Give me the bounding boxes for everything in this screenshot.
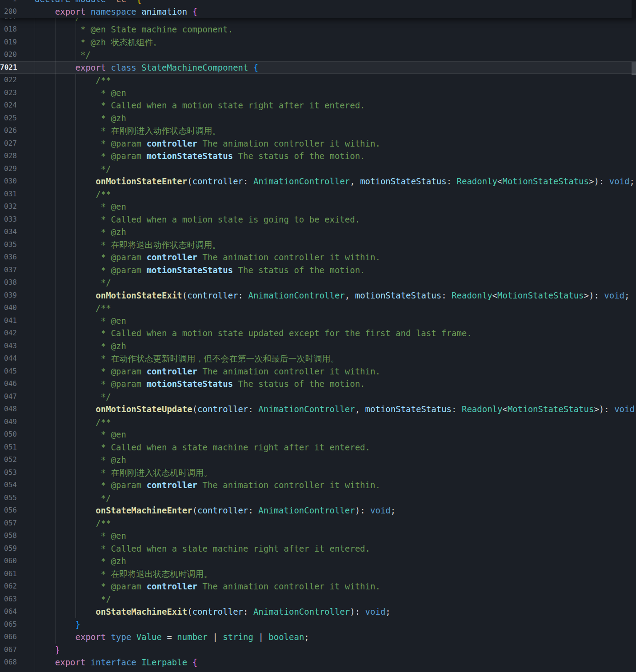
code-line[interactable]: 038 */ bbox=[0, 276, 636, 289]
line-number[interactable]: 039 bbox=[0, 289, 21, 302]
code-line[interactable]: 064 onStateMachineExit(controller: Anima… bbox=[0, 605, 636, 618]
overview-ruler[interactable] bbox=[632, 0, 636, 18]
line-number[interactable]: 053 bbox=[0, 466, 21, 479]
line-number[interactable]: 034 bbox=[0, 226, 21, 239]
line-number[interactable]: 058 bbox=[0, 529, 21, 542]
code-line[interactable]: 041 * @en bbox=[0, 314, 636, 327]
code-line[interactable]: 050 * @en bbox=[0, 428, 636, 441]
line-number[interactable]: 029 bbox=[0, 163, 21, 175]
line-number[interactable]: 026 bbox=[0, 124, 21, 137]
code-line[interactable]: 023 * @en bbox=[0, 87, 636, 99]
line-number[interactable]: 025 bbox=[0, 112, 21, 125]
line-number[interactable]: 024 bbox=[0, 99, 21, 112]
line-number[interactable]: 038 bbox=[0, 276, 21, 289]
code-line[interactable]: 7021 export class StateMachineComponent … bbox=[0, 61, 636, 74]
code-line[interactable]: 046 * @param motionStateStatus The statu… bbox=[0, 378, 636, 390]
line-number[interactable]: 022 bbox=[0, 74, 21, 87]
line-number[interactable]: 042 bbox=[0, 327, 21, 340]
line-number[interactable]: 027 bbox=[0, 137, 21, 150]
code-line[interactable]: 042 * Called when a motion state updated… bbox=[0, 327, 636, 340]
code-line[interactable]: 030 onMotionStateEnter(controller: Anima… bbox=[0, 175, 636, 188]
code-line[interactable]: 060 * @zh bbox=[0, 555, 636, 568]
code-line[interactable]: 018 * @en State machine component. bbox=[0, 23, 636, 36]
code-line[interactable]: 063 */ bbox=[0, 593, 636, 606]
line-number[interactable]: 041 bbox=[0, 314, 21, 327]
code-line[interactable]: 031 /** bbox=[0, 188, 636, 201]
line-number[interactable]: 035 bbox=[0, 239, 21, 251]
line-number[interactable]: 067 bbox=[0, 644, 21, 656]
code-line[interactable]: 066 export type Value = number | string … bbox=[0, 631, 636, 644]
line-number[interactable]: 018 bbox=[0, 23, 21, 36]
code-line[interactable]: 027 * @param controller The animation co… bbox=[0, 137, 636, 150]
code-line[interactable]: 052 * @zh bbox=[0, 453, 636, 466]
line-number[interactable]: 064 bbox=[0, 605, 21, 618]
line-number[interactable]: 036 bbox=[0, 251, 21, 264]
line-number[interactable]: 066 bbox=[0, 631, 21, 644]
line-number[interactable]: 1 bbox=[0, 0, 21, 5]
code-line[interactable]: 047 */ bbox=[0, 390, 636, 403]
line-number[interactable]: 046 bbox=[0, 378, 21, 390]
line-number[interactable]: 062 bbox=[0, 580, 21, 593]
line-number[interactable]: 049 bbox=[0, 416, 21, 429]
code-line[interactable]: 044 * 在动作状态更新时调用，但不会在第一次和最后一次时调用。 bbox=[0, 352, 636, 365]
line-number[interactable]: 068 bbox=[0, 656, 21, 669]
code-line[interactable]: 039 onMotionStateExit(controller: Animat… bbox=[0, 289, 636, 302]
line-number[interactable]: 057 bbox=[0, 517, 21, 530]
code-line[interactable]: 061 * 在即将退出状态机时调用。 bbox=[0, 568, 636, 581]
code-line[interactable]: 026 * 在刚刚进入动作状态时调用。 bbox=[0, 124, 636, 137]
line-number[interactable]: 044 bbox=[0, 352, 21, 365]
code-line[interactable]: 054 * @param controller The animation co… bbox=[0, 479, 636, 492]
line-number[interactable]: 033 bbox=[0, 213, 21, 226]
line-number[interactable]: 045 bbox=[0, 365, 21, 378]
line-number[interactable]: 052 bbox=[0, 453, 21, 466]
line-number[interactable]: 055 bbox=[0, 492, 21, 505]
code-line[interactable]: 035 * 在即将退出动作状态时调用。 bbox=[0, 239, 636, 251]
line-number[interactable]: 061 bbox=[0, 568, 21, 581]
code-line[interactable]: 053 * 在刚刚进入状态机时调用。 bbox=[0, 466, 636, 479]
code-line[interactable]: 056 onStateMachineEnter(controller: Anim… bbox=[0, 504, 636, 517]
code-line[interactable]: 067 } bbox=[0, 644, 636, 656]
line-number[interactable]: 031 bbox=[0, 188, 21, 201]
code-line[interactable]: 045 * @param controller The animation co… bbox=[0, 365, 636, 378]
line-number[interactable]: 051 bbox=[0, 441, 21, 454]
code-line[interactable]: 065 } bbox=[0, 618, 636, 631]
line-number[interactable]: 020 bbox=[0, 48, 21, 61]
code-line[interactable]: 032 * @en bbox=[0, 200, 636, 213]
line-number[interactable]: 063 bbox=[0, 593, 21, 606]
line-number[interactable]: 040 bbox=[0, 302, 21, 314]
code-line[interactable]: 051 * Called when a state machine right … bbox=[0, 441, 636, 454]
code-line[interactable]: 019 * @zh 状态机组件。 bbox=[0, 36, 636, 49]
line-number[interactable]: 019 bbox=[0, 36, 21, 49]
line-number[interactable]: 048 bbox=[0, 403, 21, 416]
sticky-line[interactable]: 1declare module "cc" { bbox=[0, 0, 636, 5]
code-line[interactable]: 062 * @param controller The animation co… bbox=[0, 580, 636, 593]
code-line[interactable]: 020 */ bbox=[0, 48, 636, 61]
code-line[interactable]: 059 * Called when a state machine right … bbox=[0, 542, 636, 555]
line-number[interactable]: 065 bbox=[0, 618, 21, 631]
code-line[interactable]: 057 /** bbox=[0, 517, 636, 530]
code-line[interactable]: 049 /** bbox=[0, 416, 636, 429]
code-line[interactable]: 034 * @zh bbox=[0, 226, 636, 239]
code-line[interactable]: 055 */ bbox=[0, 492, 636, 505]
code-line[interactable]: 036 * @param controller The animation co… bbox=[0, 251, 636, 264]
line-number[interactable]: 028 bbox=[0, 150, 21, 163]
line-number[interactable]: 050 bbox=[0, 428, 21, 441]
line-number[interactable]: 054 bbox=[0, 479, 21, 492]
sticky-line[interactable]: 200 export namespace animation { bbox=[0, 5, 636, 18]
code-line[interactable]: 058 * @en bbox=[0, 529, 636, 542]
line-number[interactable]: 047 bbox=[0, 390, 21, 403]
code-line[interactable]: 043 * @zh bbox=[0, 340, 636, 353]
line-number[interactable]: 7021 bbox=[0, 61, 21, 74]
code-line[interactable]: 033 * Called when a motion state is goin… bbox=[0, 213, 636, 226]
code-line[interactable]: 024 * Called when a motion state right a… bbox=[0, 99, 636, 112]
code-line[interactable]: 037 * @param motionStateStatus The statu… bbox=[0, 264, 636, 277]
code-line[interactable]: 040 /** bbox=[0, 302, 636, 314]
line-number[interactable]: 043 bbox=[0, 340, 21, 353]
line-number[interactable]: 056 bbox=[0, 504, 21, 517]
line-number[interactable]: 059 bbox=[0, 542, 21, 555]
line-number[interactable]: 023 bbox=[0, 87, 21, 99]
line-number[interactable]: 032 bbox=[0, 200, 21, 213]
code-line[interactable]: 029 */ bbox=[0, 163, 636, 175]
line-number[interactable]: 200 bbox=[0, 5, 21, 18]
line-number[interactable]: 060 bbox=[0, 555, 21, 568]
